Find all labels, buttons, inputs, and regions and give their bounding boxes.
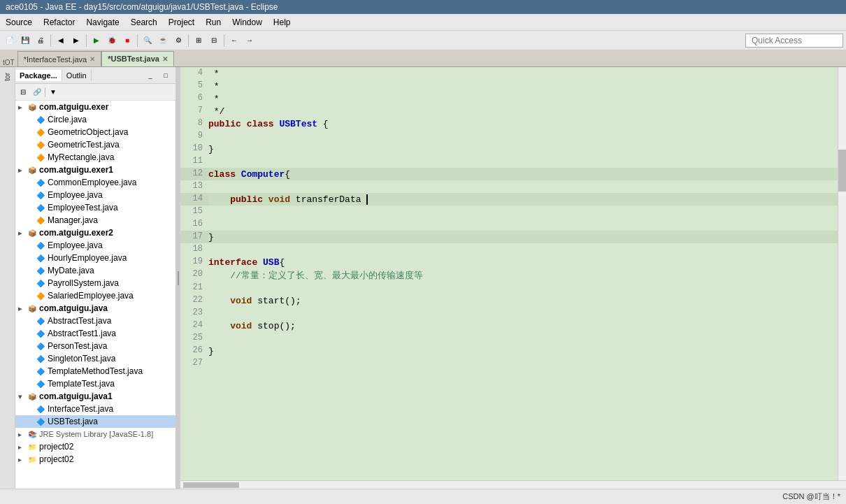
toolbar-search-btn[interactable]: 🔍 [141,34,155,48]
left-collapse-btn[interactable]: ⊟ [17,86,29,99]
tree-payrollsystem[interactable]: 🔷 PayrollSystem.java [15,277,175,289]
tree-pkg-exer2[interactable]: ▸ 📦 com.atguigu.exer2 [15,226,175,239]
toolbar-fwd-btn[interactable]: ▶ [69,34,83,48]
tree-geometric-obj[interactable]: 🔶 GeometricObject.java [15,126,175,138]
line-num-19: 19 [180,256,208,268]
line-code-20: //常量：定义了长、宽、最大最小的传输速度等 [208,268,838,282]
tree-myrect[interactable]: 🔶 MyRectangle.java [15,151,175,164]
left-link-btn[interactable]: 🔗 [31,86,43,99]
tree-abstracttest[interactable]: 🔷 AbstractTest.java [15,315,175,327]
toolbar-debug2-btn[interactable]: ⚙ [171,34,185,48]
toolbar-print-btn[interactable]: 🖨 [34,34,48,48]
line-code-12: class Computer{ [208,168,838,180]
line-code-21 [208,282,838,294]
tree-employee-exer2[interactable]: 🔷 Employee.java [15,239,175,252]
tree-project02-2[interactable]: ▸ 📁 project02 [15,453,175,466]
mini-sidebar-item[interactable]: tor [2,70,13,84]
h-scrollbar-thumb[interactable] [183,482,239,488]
menu-help[interactable]: Help [268,16,296,29]
left-panel: Package... Outlin _ □ ⊟ 🔗 ▼ ▸ 📦 com.atgu… [15,67,176,489]
line-num-5: 5 [180,80,208,92]
code-line-9: 9 [180,130,838,143]
left-toolbar: ⊟ 🔗 ▼ [15,84,175,101]
tree-abstracttest1[interactable]: 🔷 AbstractTest1.java [15,327,175,340]
toolbar-nav1-btn[interactable]: ← [227,34,241,48]
line-code-27 [208,357,838,370]
tree-pkg-java[interactable]: ▸ 📦 com.atguigu.java [15,302,175,315]
toolbar-view-btn[interactable]: ⊟ [207,34,221,48]
line-code-19: interface USB{ [208,256,838,268]
left-filter-btn[interactable]: ▼ [47,86,59,99]
scrollbar-thumb[interactable] [838,150,846,192]
menu-run[interactable]: Run [200,16,227,29]
toolbar-sep-5 [224,34,224,47]
toolbar-back-btn[interactable]: ◀ [54,34,68,48]
tree-templatemethodtest[interactable]: 🔷 TemplateMethodTest.java [15,365,175,377]
package-tree[interactable]: ▸ 📦 com.atguigu.exer 🔷 Circle.java 🔶 Geo… [15,101,175,489]
tree-pkg-exer1[interactable]: ▸ 📦 com.atguigu.exer1 [15,164,175,176]
editor-panel: 4 * 5 * 6 * 7 [180,67,846,489]
tree-mydate[interactable]: 🔷 MyDate.java [15,264,175,277]
toolbar-debug-btn[interactable]: 🐞 [105,34,119,48]
horizontal-scrollbar[interactable] [180,480,846,489]
menu-window[interactable]: Window [227,16,268,29]
menu-source[interactable]: Source [0,16,38,29]
line-num-24: 24 [180,319,208,332]
quick-access-input[interactable] [745,34,843,48]
left-tab-package[interactable]: Package... [15,70,62,81]
label-exer: com.atguigu.exer [39,102,108,112]
tab-interface-test[interactable]: *InterfaceTest.java ✕ [17,51,102,66]
tree-interfacetest[interactable]: 🔷 InterfaceTest.java [15,403,175,415]
toolbar-java-btn[interactable]: ☕ [156,34,170,48]
line-code-14: public void transferData [208,193,838,206]
tree-hourlyemployee[interactable]: 🔷 HourlyEmployee.java [15,252,175,264]
toolbar-save-btn[interactable]: 💾 [18,34,32,48]
menu-project[interactable]: Project [163,16,200,29]
tabs-bar: tOT *InterfaceTest.java ✕ *USBTest.java … [0,50,846,67]
toolbar-new-btn[interactable]: 📄 [3,34,17,48]
tree-jre[interactable]: ▸ 📚 JRE System Library [JavaSE-1.8] [15,428,175,440]
line-code-5: * [208,80,838,92]
line-code-17: } [208,231,838,243]
tree-templatetest[interactable]: 🔷 TemplateTest.java [15,377,175,390]
tree-manager[interactable]: 🔶 Manager.java [15,214,175,226]
line-code-9 [208,130,838,143]
tree-employee-exer1[interactable]: 🔷 Employee.java [15,189,175,201]
code-line-8: 8 public class USBTest { [180,117,838,130]
tree-persontest[interactable]: 🔷 PersonTest.java [15,340,175,352]
tree-commonemployee[interactable]: 🔷 CommonEmployee.java [15,176,175,189]
line-num-13: 13 [180,180,208,193]
left-min-btn[interactable]: _ [143,69,157,82]
line-num-15: 15 [180,206,208,218]
tab-usb-test[interactable]: *USBTest.java ✕ [101,51,174,66]
toolbar-nav2-btn[interactable]: → [243,34,257,48]
tree-employeetest[interactable]: 🔷 EmployeeTest.java [15,201,175,214]
toggle-exer[interactable]: ▸ [18,103,27,111]
tree-pkg-exer[interactable]: ▸ 📦 com.atguigu.exer [15,101,175,113]
line-num-17: 17 [180,231,208,243]
menu-bar: Source Refactor Navigate Search Project … [0,14,846,31]
code-table: 4 * 5 * 6 * 7 [180,67,838,370]
tree-pkg-java1[interactable]: ▾ 📦 com.atguigu.java1 [15,390,175,403]
tree-singletontest[interactable]: 🔷 SingletonTest.java [15,352,175,365]
line-num-16: 16 [180,218,208,231]
tree-usbtest[interactable]: 🔷 USBTest.java [15,415,175,428]
tree-circle[interactable]: 🔷 Circle.java [15,113,175,126]
toolbar-stop-btn[interactable]: ■ [120,34,134,48]
toolbar-run-btn[interactable]: ▶ [89,34,103,48]
menu-search[interactable]: Search [125,16,163,29]
code-area[interactable]: 4 * 5 * 6 * 7 [180,67,846,480]
tree-geometric-test[interactable]: 🔶 GeometricTest.java [15,138,175,151]
toolbar-perspective-btn[interactable]: ⊞ [192,34,206,48]
tab-usb-close[interactable]: ✕ [162,55,168,63]
tree-salariedemployee[interactable]: 🔶 SalariedEmployee.java [15,289,175,302]
left-tab-outline[interactable]: Outlin [62,70,92,81]
vertical-scrollbar[interactable] [838,67,846,480]
menu-refactor[interactable]: Refactor [38,16,80,29]
toolbar-sep-3 [137,34,138,47]
tab-interface-close[interactable]: ✕ [89,55,95,63]
menu-navigate[interactable]: Navigate [80,16,124,29]
tree-project02-1[interactable]: ▸ 📁 project02 [15,440,175,453]
left-max-btn[interactable]: □ [159,69,173,82]
line-code-18 [208,243,838,256]
